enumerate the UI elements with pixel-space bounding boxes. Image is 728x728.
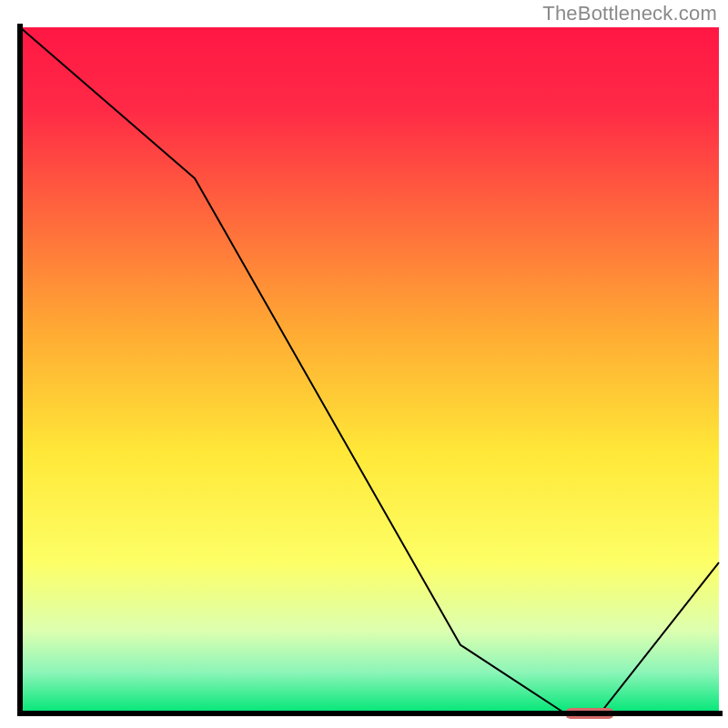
plot-background <box>20 27 719 713</box>
chart-container: TheBottleneck.com <box>0 0 728 728</box>
watermark-text: TheBottleneck.com <box>542 2 717 25</box>
bottleneck-chart <box>0 0 728 728</box>
